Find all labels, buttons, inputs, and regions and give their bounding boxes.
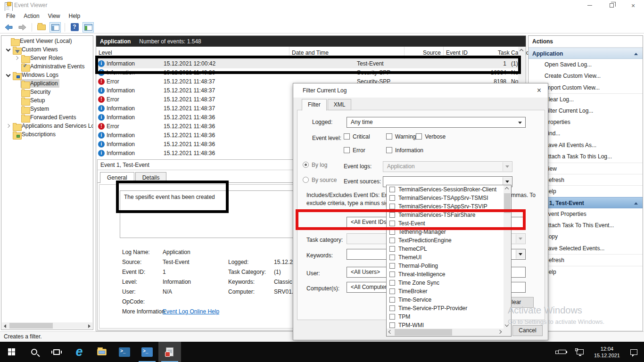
checkbox-icon[interactable] <box>386 133 392 140</box>
event-source-option[interactable]: Tethering-Manager <box>387 228 504 236</box>
tree-item[interactable]: Applications and Services Lo <box>1 122 93 130</box>
tree-item[interactable]: System <box>1 105 93 113</box>
event-source-option[interactable]: TPM-WMI <box>387 321 504 329</box>
column-header[interactable]: Event ID <box>444 47 495 59</box>
action-item[interactable]: Create Custom View... <box>528 70 643 82</box>
tree-expander-icon[interactable] <box>14 55 20 61</box>
checkbox-icon[interactable] <box>389 272 395 277</box>
back-button[interactable] <box>3 22 14 33</box>
checkbox-icon[interactable] <box>389 204 395 209</box>
tree-item[interactable]: Setup <box>1 96 93 105</box>
tab-filter[interactable]: Filter <box>302 99 327 111</box>
action-center-icon[interactable] <box>630 349 637 355</box>
tab-xml[interactable]: XML <box>328 99 352 110</box>
event-source-option[interactable]: TerminalServices-TSAppSrv-TSMSI <box>387 194 504 202</box>
actions-group-application-header[interactable]: Application <box>528 48 643 59</box>
checkbox-icon[interactable] <box>344 133 350 140</box>
level-checkbox-item[interactable]: Warning <box>386 133 416 140</box>
checkbox-icon[interactable] <box>389 280 395 286</box>
checkbox-icon[interactable] <box>389 263 395 269</box>
tree-item[interactable]: Security <box>1 88 93 96</box>
show-action-pane-toggle[interactable] <box>83 22 94 33</box>
tree-item[interactable]: Subscriptions <box>1 130 93 139</box>
checkbox-icon[interactable] <box>389 322 395 328</box>
checkbox-icon[interactable] <box>386 147 392 153</box>
action-item[interactable]: Open Saved Log... <box>528 59 643 70</box>
event-source-option[interactable]: Time Zone Sync <box>387 279 504 287</box>
column-header[interactable]: Date and Time <box>289 47 405 59</box>
forward-button[interactable] <box>17 22 28 33</box>
table-row[interactable]: Information15.12.2021 12:00:42Test-Event… <box>96 59 518 68</box>
tree-horizontal-scrollbar[interactable] <box>2 322 92 329</box>
tree-expander-icon[interactable] <box>5 46 12 53</box>
taskbar-event-viewer[interactable] <box>158 342 181 362</box>
checkbox-icon[interactable] <box>389 221 395 226</box>
tree-item[interactable]: Windows Logs <box>1 71 93 79</box>
checkbox-icon[interactable] <box>389 229 395 235</box>
level-checkbox-item[interactable]: Information <box>386 147 423 154</box>
logged-combobox[interactable]: Any time <box>347 117 526 128</box>
menu-item[interactable]: Action <box>19 11 43 21</box>
taskbar-file-explorer[interactable] <box>91 342 113 362</box>
menu-item[interactable]: View <box>44 11 65 21</box>
restore-button[interactable] <box>601 0 622 11</box>
dropdown-vertical-scrollbar[interactable] <box>504 185 511 329</box>
level-checkbox-item[interactable]: Error <box>344 147 386 154</box>
event-source-option[interactable]: TimeBroker <box>387 287 504 296</box>
column-header[interactable]: Level <box>96 47 289 59</box>
menu-item[interactable]: Help <box>65 11 85 21</box>
checkbox-icon[interactable] <box>344 147 350 153</box>
event-source-option[interactable]: Thermal-Polling <box>387 262 504 270</box>
taskbar-powershell[interactable]: >_ <box>113 342 136 362</box>
power-icon[interactable] <box>558 350 566 354</box>
cancel-button[interactable]: Cancel <box>512 325 543 336</box>
close-button[interactable]: × <box>622 0 644 11</box>
tree-item[interactable]: Custom Views <box>1 45 93 54</box>
show-console-tree-toggle[interactable] <box>50 22 61 33</box>
taskbar-search-button[interactable] <box>23 342 45 362</box>
taskbar-powershell-ise[interactable]: >_ <box>136 342 158 362</box>
event-source-option[interactable]: TerminalServices-SessionBroker-Client <box>387 185 504 194</box>
checkbox-icon[interactable] <box>389 255 395 260</box>
checkbox-icon[interactable] <box>416 133 422 140</box>
start-button[interactable] <box>0 342 23 362</box>
minimize-button[interactable] <box>579 0 601 11</box>
checkbox-icon[interactable] <box>389 288 395 294</box>
event-source-option[interactable]: TextPredictionEngine <box>387 236 504 245</box>
event-source-option[interactable]: Time-Service <box>387 296 504 304</box>
event-source-option[interactable]: TPM <box>387 313 504 321</box>
tree-expander-icon[interactable] <box>5 123 12 129</box>
checkbox-icon[interactable] <box>389 238 395 243</box>
task-view-button[interactable] <box>45 342 68 362</box>
open-saved-log-button[interactable] <box>36 22 47 33</box>
help-button[interactable]: ? <box>69 22 80 33</box>
checkbox-icon[interactable] <box>389 305 395 311</box>
tree-item[interactable]: Server Roles <box>1 54 93 62</box>
network-icon[interactable] <box>577 349 584 354</box>
tree-item[interactable]: Application <box>1 79 93 88</box>
tab-details[interactable]: Details <box>135 172 167 183</box>
tree-item[interactable]: Administrative Events <box>1 62 93 71</box>
level-checkbox-item[interactable]: Verbose <box>416 133 446 140</box>
dropdown-horizontal-scrollbar[interactable] <box>387 329 504 336</box>
checkbox-icon[interactable] <box>389 246 395 252</box>
checkbox-icon[interactable] <box>389 297 395 303</box>
tree-item[interactable]: Event Viewer (Local) <box>1 37 93 45</box>
by-source-radio[interactable] <box>303 177 309 183</box>
event-source-option[interactable]: TerminalServices-TSAppSrv-TSVIP <box>387 202 504 211</box>
event-source-option[interactable]: Threat-Intelligence <box>387 270 504 279</box>
event-source-option[interactable]: ThemeCPL <box>387 245 504 253</box>
checkbox-icon[interactable] <box>389 187 395 192</box>
taskbar-internet-explorer[interactable]: e <box>68 342 91 362</box>
taskbar-clock[interactable]: 12:04 15.12.2021 <box>594 346 620 359</box>
checkbox-icon[interactable] <box>389 195 395 201</box>
event-source-option[interactable]: Test-Event <box>387 219 504 228</box>
by-log-radio[interactable] <box>303 162 309 168</box>
tab-general[interactable]: General <box>100 172 134 183</box>
table-row[interactable]: Information15.12.2021 11:49:26Security-S… <box>96 68 518 77</box>
menu-item[interactable]: File <box>2 11 19 21</box>
checkbox-icon[interactable] <box>389 212 395 218</box>
event-source-option[interactable]: Time-Service-PTP-Provider <box>387 304 504 313</box>
event-source-option[interactable]: ThemeUI <box>387 253 504 262</box>
event-source-option[interactable]: TerminalServices-TSFairShare <box>387 211 504 219</box>
